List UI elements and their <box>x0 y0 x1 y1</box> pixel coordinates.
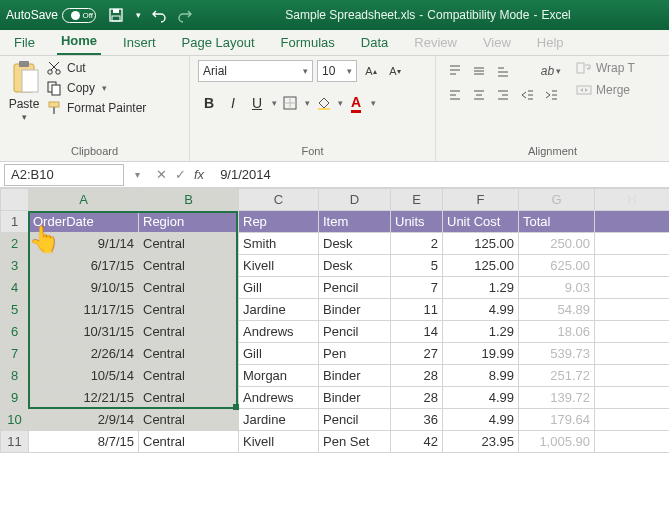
cell[interactable]: Morgan <box>239 365 319 387</box>
cell[interactable]: 1,005.90 <box>519 431 595 453</box>
format-painter-button[interactable]: Format Painter <box>46 100 146 116</box>
cell[interactable]: Central <box>139 365 239 387</box>
row-header[interactable]: 8 <box>1 365 29 387</box>
cancel-formula-icon[interactable]: ✕ <box>156 167 167 182</box>
fx-icon[interactable]: fx <box>194 167 204 182</box>
cell[interactable]: 250.00 <box>519 233 595 255</box>
font-size-select[interactable]: 10▾ <box>317 60 357 82</box>
cell[interactable]: 14 <box>391 321 443 343</box>
fill-color-button[interactable] <box>312 92 334 114</box>
cell[interactable]: 1.29 <box>443 321 519 343</box>
row-header[interactable]: 3 <box>1 255 29 277</box>
save-icon[interactable] <box>108 7 124 23</box>
increase-indent-button[interactable] <box>540 84 562 106</box>
formula-input[interactable] <box>214 167 669 182</box>
cell[interactable]: 139.72 <box>519 387 595 409</box>
cell[interactable]: 36 <box>391 409 443 431</box>
font-name-select[interactable]: Arial▾ <box>198 60 313 82</box>
increase-font-button[interactable]: A▴ <box>361 60 381 82</box>
cell[interactable]: 23.95 <box>443 431 519 453</box>
cell[interactable]: 1.29 <box>443 277 519 299</box>
cell[interactable]: 9/10/15 <box>29 277 139 299</box>
copy-button[interactable]: Copy▾ <box>46 80 146 96</box>
tab-page-layout[interactable]: Page Layout <box>178 31 259 55</box>
redo-icon[interactable] <box>177 7 193 23</box>
cell[interactable]: Jardine <box>239 409 319 431</box>
cell[interactable]: 28 <box>391 365 443 387</box>
header-cell[interactable]: Region <box>139 211 239 233</box>
cell[interactable]: Desk <box>319 255 391 277</box>
wrap-text-button[interactable]: Wrap T <box>576 60 635 76</box>
orientation-button[interactable]: ab▾ <box>540 60 562 82</box>
decrease-font-button[interactable]: A▾ <box>385 60 405 82</box>
cell[interactable]: Central <box>139 431 239 453</box>
cell[interactable]: 7 <box>391 277 443 299</box>
cell[interactable]: Kivell <box>239 431 319 453</box>
cell[interactable]: Central <box>139 409 239 431</box>
row-header[interactable]: 9 <box>1 387 29 409</box>
col-header[interactable]: G <box>519 189 595 211</box>
col-header[interactable]: H <box>595 189 670 211</box>
cell[interactable]: 10/31/15 <box>29 321 139 343</box>
header-cell[interactable]: OrderDate <box>29 211 139 233</box>
col-header[interactable]: C <box>239 189 319 211</box>
tab-file[interactable]: File <box>10 31 39 55</box>
cell[interactable]: 125.00 <box>443 255 519 277</box>
cell[interactable]: 251.72 <box>519 365 595 387</box>
tab-data[interactable]: Data <box>357 31 392 55</box>
align-center-button[interactable] <box>468 84 490 106</box>
bold-button[interactable]: B <box>198 92 220 114</box>
cell[interactable] <box>595 321 670 343</box>
cell[interactable]: Jardine <box>239 299 319 321</box>
cell[interactable]: 179.64 <box>519 409 595 431</box>
cell[interactable]: Binder <box>319 365 391 387</box>
cell[interactable]: Pen <box>319 343 391 365</box>
header-cell[interactable]: Units <box>391 211 443 233</box>
row-header[interactable]: 10 <box>1 409 29 431</box>
cell[interactable]: Central <box>139 255 239 277</box>
align-middle-button[interactable] <box>468 60 490 82</box>
cell[interactable]: Binder <box>319 299 391 321</box>
cell[interactable]: 18.06 <box>519 321 595 343</box>
cell[interactable]: Andrews <box>239 321 319 343</box>
tab-view[interactable]: View <box>479 31 515 55</box>
cell[interactable]: Central <box>139 299 239 321</box>
cell[interactable]: 12/21/15 <box>29 387 139 409</box>
cell[interactable]: Central <box>139 321 239 343</box>
align-right-button[interactable] <box>492 84 514 106</box>
cell[interactable] <box>595 299 670 321</box>
cell[interactable]: 28 <box>391 387 443 409</box>
select-all-corner[interactable] <box>1 189 29 211</box>
cell[interactable]: 2/9/14 <box>29 409 139 431</box>
col-header[interactable]: A <box>29 189 139 211</box>
merge-button[interactable]: Merge <box>576 82 635 98</box>
align-left-button[interactable] <box>444 84 466 106</box>
cell[interactable]: 9/1/14 <box>29 233 139 255</box>
font-color-button[interactable]: A <box>345 92 367 114</box>
cell[interactable]: Central <box>139 387 239 409</box>
row-header[interactable]: 6 <box>1 321 29 343</box>
align-top-button[interactable] <box>444 60 466 82</box>
tab-help[interactable]: Help <box>533 31 568 55</box>
col-header[interactable]: D <box>319 189 391 211</box>
cell[interactable]: 4.99 <box>443 409 519 431</box>
italic-button[interactable]: I <box>222 92 244 114</box>
cell[interactable]: 2 <box>391 233 443 255</box>
paste-button[interactable]: Paste ▾ <box>8 60 40 143</box>
decrease-indent-button[interactable] <box>516 84 538 106</box>
cell[interactable]: 54.89 <box>519 299 595 321</box>
cell[interactable]: 42 <box>391 431 443 453</box>
autosave-switch[interactable]: Off <box>62 8 96 23</box>
cell[interactable]: Pen Set <box>319 431 391 453</box>
header-cell[interactable]: Rep <box>239 211 319 233</box>
cell[interactable]: 8.99 <box>443 365 519 387</box>
cell[interactable] <box>595 255 670 277</box>
cell[interactable]: 2/26/14 <box>29 343 139 365</box>
row-header[interactable]: 4 <box>1 277 29 299</box>
cell[interactable]: Pencil <box>319 277 391 299</box>
autosave-toggle[interactable]: AutoSave Off <box>6 8 96 23</box>
cell[interactable]: Kivell <box>239 255 319 277</box>
cell[interactable]: Andrews <box>239 387 319 409</box>
row-header[interactable]: 11 <box>1 431 29 453</box>
borders-button[interactable] <box>279 92 301 114</box>
